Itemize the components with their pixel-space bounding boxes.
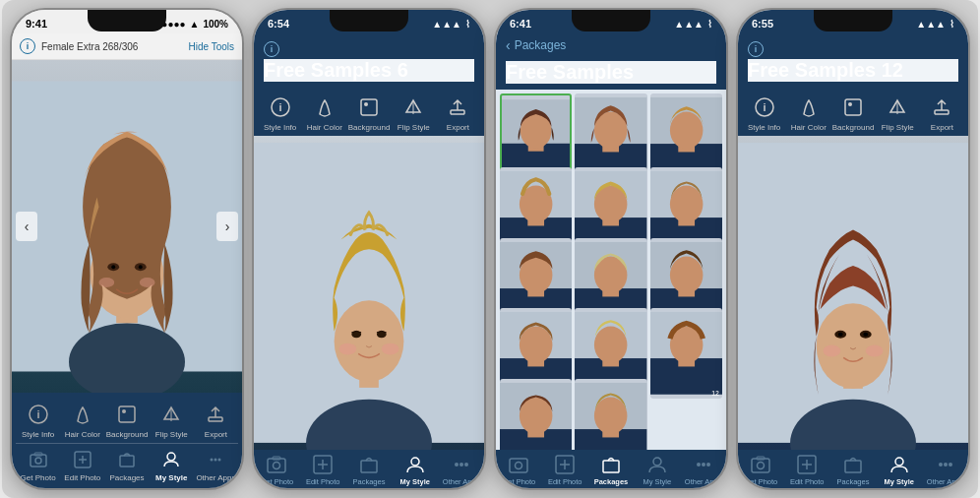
svg-point-119	[706, 463, 710, 467]
toolbar-export-2[interactable]: Export	[436, 93, 480, 132]
tab-my-style-2[interactable]: My Style	[392, 454, 438, 486]
bottom-tabs-2: Get Photo Edit Photo Packages My Style	[254, 450, 484, 488]
tab-packages-1[interactable]: Packages	[104, 448, 149, 482]
toolbar-hair-color-4[interactable]: Hair Color	[786, 93, 830, 132]
tab-edit-photo-1[interactable]: Edit Photo	[60, 448, 104, 482]
background-label-2: Background	[348, 123, 391, 132]
svg-rect-127	[738, 143, 968, 443]
style-info-icon: i	[25, 401, 52, 428]
tab-other-apps-4[interactable]: Other Apps	[922, 454, 968, 486]
hair-color-label-4: Hair Color	[791, 123, 827, 132]
tab-packages-2[interactable]: Packages	[346, 454, 393, 486]
bottom-tabs-3: Got Photo Edit Photo Packages My Style	[496, 450, 726, 488]
toolbar-export-4[interactable]: Export	[920, 93, 964, 132]
edit-photo-tab-label-2: Edit Photo	[306, 477, 340, 486]
tab-packages-3[interactable]: Packages	[588, 454, 635, 486]
tab-other-apps-2[interactable]: Other Apps	[438, 454, 484, 486]
tab-my-style-1[interactable]: My Style	[150, 448, 194, 482]
woman-svg-2	[254, 136, 484, 450]
wifi-icon-1: ▲	[190, 19, 200, 30]
toolbar-background-4[interactable]: Background	[830, 93, 875, 132]
info-icon-2[interactable]: i	[264, 41, 279, 57]
wifi-4: ⌇	[949, 19, 954, 30]
info-icon-4[interactable]: i	[748, 41, 764, 57]
svg-rect-12	[119, 406, 135, 422]
info-icon-1[interactable]: i	[20, 38, 35, 54]
svg-rect-126	[935, 110, 949, 114]
tab-get-photo-2[interactable]: Get Photo	[254, 454, 300, 486]
woman-svg-1	[12, 60, 242, 393]
tab-get-photo-1[interactable]: Get Photo	[16, 448, 60, 482]
main-photo-4	[738, 136, 968, 450]
svg-point-77	[670, 186, 704, 223]
edit-photo-icon-4	[796, 454, 818, 475]
status-icons-3: ▲▲▲ ⌇	[674, 19, 712, 30]
nav-arrow-left[interactable]: ‹	[16, 212, 37, 241]
packages-icon-4	[842, 454, 864, 475]
header-2: i Free Samples 6	[254, 33, 484, 88]
notch-1	[88, 10, 166, 31]
svg-text:i: i	[763, 101, 766, 113]
other-apps-icon	[204, 448, 227, 471]
svg-point-138	[758, 463, 765, 469]
svg-point-117	[697, 463, 701, 467]
tab-my-style-4[interactable]: My Style	[876, 454, 922, 486]
hide-tools-btn[interactable]: Hide Tools	[188, 41, 234, 52]
svg-point-93	[520, 327, 553, 364]
time-3: 6:41	[510, 18, 531, 30]
svg-rect-137	[752, 459, 769, 472]
tab-other-apps-3[interactable]: Other Apps	[680, 454, 726, 486]
svg-point-53	[464, 463, 468, 467]
toolbar-divider-1	[16, 443, 238, 444]
grid-item-12[interactable]: 12	[650, 308, 722, 399]
grid-item-13[interactable]: 13	[500, 379, 572, 450]
svg-rect-35	[254, 143, 484, 443]
back-nav-3[interactable]: ‹ Packages	[496, 33, 726, 57]
woman-photo-2	[254, 136, 484, 450]
toolbar-flip-style[interactable]: Flip Style	[150, 401, 194, 439]
signal-4: ▲▲▲	[916, 19, 946, 30]
svg-text:i: i	[36, 408, 39, 420]
tab-edit-photo-3[interactable]: Edit Photo	[542, 454, 588, 486]
toolbar-style-info-4[interactable]: i Style Info	[742, 93, 786, 132]
grid-item-14[interactable]: 14	[575, 379, 646, 450]
toolbar-background-2[interactable]: Background	[346, 93, 391, 132]
tab-my-style-3[interactable]: My Style	[634, 454, 680, 486]
svg-rect-110	[510, 459, 527, 472]
toolbar-flip-style-2[interactable]: Flip Style	[392, 93, 436, 132]
export-icon	[202, 401, 229, 428]
tab-get-photo-4[interactable]: Get Photo	[738, 454, 784, 486]
get-photo-icon-4	[750, 454, 771, 475]
woman-photo-1: ‹ ›	[12, 60, 242, 393]
tab-edit-photo-2[interactable]: Edit Photo	[300, 454, 346, 486]
toolbar-style-info-2[interactable]: i Style Info	[258, 93, 302, 132]
wifi-3: ⌇	[707, 19, 712, 30]
svg-point-116	[653, 458, 661, 466]
nav-arrow-right[interactable]: ›	[216, 212, 238, 241]
toolbar-export[interactable]: Export	[194, 401, 238, 439]
toolbar-hair-color[interactable]: Hair Color	[60, 401, 104, 439]
toolbar-background[interactable]: Background	[104, 401, 149, 439]
svg-point-51	[455, 463, 459, 467]
tab-packages-4[interactable]: Packages	[830, 454, 877, 486]
edit-photo-tab-label-4: Edit Photo	[790, 477, 825, 486]
other-apps-tab-label-2: Other Apps	[443, 477, 480, 486]
background-icon	[113, 401, 141, 428]
toolbar-flip-style-4[interactable]: Flip Style	[876, 93, 920, 132]
flip-style-icon	[157, 401, 185, 428]
main-photo-2	[254, 136, 484, 450]
notch-2	[330, 10, 408, 31]
svg-point-146	[944, 463, 948, 467]
toolbar-hair-color-2[interactable]: Hair Color	[302, 93, 346, 132]
hair-color-icon-2	[311, 93, 338, 121]
other-apps-icon-2	[451, 454, 472, 475]
toolbar-style-info[interactable]: i Style Info	[16, 401, 60, 439]
edit-photo-label-1: Edit Photo	[64, 473, 100, 482]
hair-color-label-2: Hair Color	[307, 123, 342, 132]
svg-point-136	[866, 345, 884, 357]
tab-edit-photo-4[interactable]: Edit Photo	[784, 454, 830, 486]
background-label-4: Background	[832, 123, 875, 132]
tab-got-photo-3[interactable]: Got Photo	[496, 454, 542, 486]
tab-other-apps-1[interactable]: Other Apps	[194, 448, 238, 482]
wifi-2: ⌇	[465, 19, 470, 30]
